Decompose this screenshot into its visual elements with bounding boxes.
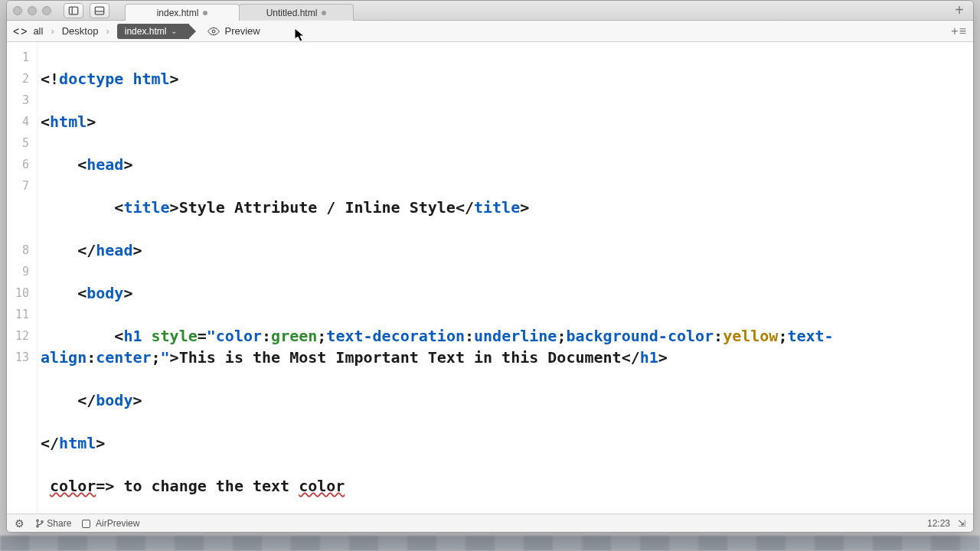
share-label: Share <box>47 518 71 529</box>
tab-index-html[interactable]: index.html <box>125 4 240 21</box>
preview-button[interactable]: Preview <box>207 25 260 37</box>
panel-icon <box>94 5 105 16</box>
chevron-right-icon: › <box>106 25 109 37</box>
tab-untitled-html[interactable]: Untitled.html <box>239 4 354 21</box>
airpreview-button[interactable]: AirPreview <box>82 518 139 529</box>
tab-label: index.html <box>157 8 199 18</box>
svg-point-7 <box>41 521 43 523</box>
airpreview-label: AirPreview <box>96 518 139 529</box>
code-content[interactable]: <!doctype html> <html> <head> <title>Sty… <box>38 42 973 514</box>
gear-icon[interactable]: ⚙︎ <box>15 517 24 530</box>
collapse-icon[interactable]: ⇲ <box>958 518 965 529</box>
nav-back-button[interactable]: < <box>13 25 19 37</box>
eye-icon <box>207 25 220 37</box>
svg-point-4 <box>212 30 215 33</box>
path-bar-right-icons[interactable]: +≡ <box>951 24 967 38</box>
zoom-icon[interactable] <box>42 6 51 15</box>
close-icon[interactable] <box>13 6 22 15</box>
chevron-right-icon: › <box>51 25 54 37</box>
code-editor[interactable]: 1234567 8910111213 <!doctype html> <html… <box>7 42 973 514</box>
crumb-current-file[interactable]: index.html ⌄ <box>117 24 190 39</box>
svg-point-5 <box>37 520 38 521</box>
preview-label: Preview <box>224 25 260 37</box>
dock-strip <box>0 536 980 551</box>
titlebar: index.html Untitled.html + <box>7 1 973 21</box>
line-gutter: 1234567 8910111213 <box>7 42 38 514</box>
history-nav: < > <box>13 25 27 37</box>
status-bar: ⚙︎ Share AirPreview 12:23 ⇲ <box>7 514 973 532</box>
square-icon <box>82 520 90 528</box>
tab-label: Untitled.html <box>266 8 318 18</box>
sidebar-toggle-button[interactable] <box>64 3 83 18</box>
crumb-desktop[interactable]: Desktop <box>62 25 99 37</box>
modified-dot-icon <box>322 11 326 15</box>
title-text: Style Attribute / Inline Style <box>179 198 456 217</box>
git-branch-icon <box>35 519 44 528</box>
git-branch-button[interactable]: Share <box>35 518 71 529</box>
path-bar: < > all › Desktop › index.html ⌄ Preview… <box>7 21 973 42</box>
minimize-icon[interactable] <box>28 6 37 15</box>
window-controls[interactable] <box>13 6 51 15</box>
new-tab-button[interactable]: + <box>955 2 967 19</box>
sidebar-icon <box>68 5 79 16</box>
svg-point-6 <box>37 526 38 527</box>
editor-window: index.html Untitled.html + < > all › Des… <box>6 0 974 533</box>
chevron-down-icon: ⌄ <box>171 27 177 35</box>
crumb-all[interactable]: all <box>33 25 43 37</box>
h1-text: This is the Most Important Text in this … <box>179 348 622 367</box>
panel-toggle-button[interactable] <box>90 3 109 18</box>
tab-strip: index.html Untitled.html <box>125 1 353 20</box>
svg-rect-2 <box>95 7 103 15</box>
nav-forward-button[interactable]: > <box>21 25 27 37</box>
cursor-position: 12:23 <box>927 518 950 529</box>
crumb-current-label: index.html <box>125 26 167 37</box>
svg-rect-0 <box>69 7 77 15</box>
modified-dot-icon <box>203 11 207 15</box>
